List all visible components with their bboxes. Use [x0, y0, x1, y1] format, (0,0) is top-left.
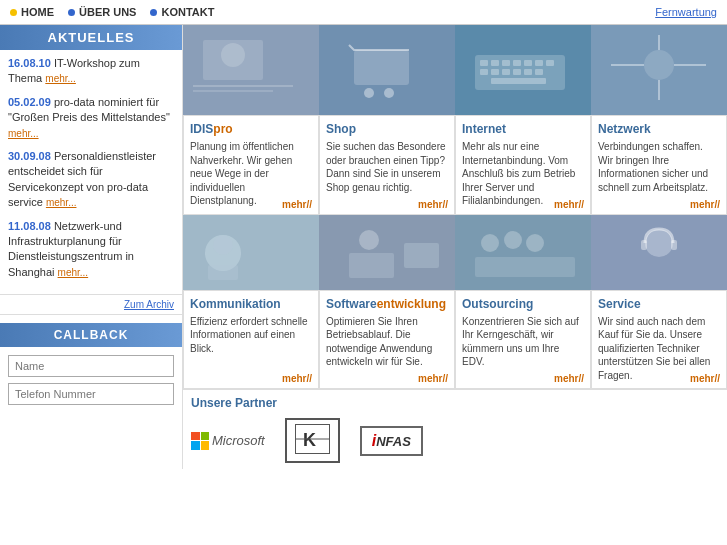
- svg-point-36: [359, 230, 379, 250]
- svg-rect-37: [349, 253, 394, 278]
- callback-phone-input[interactable]: [8, 383, 174, 405]
- svg-rect-38: [404, 243, 439, 268]
- banner-image-2: [319, 25, 455, 115]
- service-title-normal-1: IDIS: [190, 122, 213, 136]
- service-title-service: Service: [598, 297, 720, 311]
- news-more-4[interactable]: mehr...: [58, 267, 89, 278]
- nav-home[interactable]: HOME: [10, 6, 54, 18]
- nav-ueber-label: ÜBER UNS: [79, 6, 136, 18]
- service-outsourcing: Outsourcing Konzentrieren Sie sich auf I…: [455, 290, 591, 390]
- svg-rect-34: [208, 265, 238, 280]
- service-more-link-8[interactable]: mehr: [690, 373, 720, 384]
- news-more-1[interactable]: mehr...: [45, 73, 76, 84]
- svg-rect-23: [535, 69, 543, 75]
- service-title-idispro: IDISpro: [190, 122, 312, 136]
- service-softwareentwicklung: Softwareentwicklung Optimieren Sie Ihren…: [319, 290, 455, 390]
- news-more-3[interactable]: mehr...: [46, 197, 77, 208]
- service-more-link-6[interactable]: mehr: [418, 373, 448, 384]
- svg-point-7: [364, 88, 374, 98]
- news-date-2: 05.02.09: [8, 96, 51, 108]
- nav-dot-kontakt: [150, 9, 157, 16]
- svg-rect-22: [524, 69, 532, 75]
- service-internet: Internet Mehr als nur eine Internetanbin…: [455, 115, 591, 215]
- svg-rect-3: [193, 85, 293, 87]
- svg-rect-24: [491, 78, 546, 84]
- svg-rect-15: [524, 60, 532, 66]
- mid-image-4: [591, 215, 727, 290]
- callback-form: [0, 347, 182, 419]
- svg-text:K: K: [303, 430, 316, 450]
- svg-rect-12: [491, 60, 499, 66]
- news-item-2: 05.02.09 pro-data nominiert für "Großen …: [8, 95, 174, 141]
- nav-home-label: HOME: [21, 6, 54, 18]
- service-desc-1: Planung im öffentlichen Nahverkehr. Wir …: [190, 140, 312, 208]
- service-title-software: Softwareentwicklung: [326, 297, 448, 311]
- svg-rect-39: [455, 215, 591, 290]
- mid-image-1: [183, 215, 319, 290]
- microsoft-grid-icon: [191, 432, 209, 450]
- svg-rect-21: [513, 69, 521, 75]
- callback-title: CALLBACK: [0, 323, 182, 347]
- svg-rect-20: [502, 69, 510, 75]
- svg-point-26: [644, 50, 674, 80]
- service-title-internet: Internet: [462, 122, 584, 136]
- svg-rect-47: [671, 240, 677, 250]
- svg-rect-17: [546, 60, 554, 66]
- fernwartung-link[interactable]: Fernwartung: [655, 6, 717, 18]
- service-idispro: IDISpro Planung im öffentlichen Nahverke…: [183, 115, 319, 215]
- service-desc-6: Optimieren Sie Ihren Betriebsablauf. Die…: [326, 315, 448, 369]
- svg-point-42: [526, 234, 544, 252]
- service-more-link-1[interactable]: mehr: [282, 199, 312, 210]
- svg-rect-11: [480, 60, 488, 66]
- svg-rect-4: [193, 90, 273, 92]
- svg-rect-31: [183, 215, 319, 290]
- banner-image-4: [591, 25, 727, 115]
- service-title-outsourcing: Outsourcing: [462, 297, 584, 311]
- svg-point-40: [481, 234, 499, 252]
- service-service: Service Wir sind auch nach dem Kauf für …: [591, 290, 727, 390]
- service-more-link-3[interactable]: mehr: [554, 199, 584, 210]
- k-partner-logo: K: [285, 418, 340, 463]
- partners-title: Unsere Partner: [191, 396, 719, 410]
- service-desc-8: Wir sind auch nach dem Kauf für Sie da. …: [598, 315, 720, 383]
- news-section: 16.08.10 IT-Workshop zum Thema mehr... 0…: [0, 50, 182, 295]
- nav-links: HOME ÜBER UNS KONTAKT: [10, 6, 214, 18]
- news-more-2[interactable]: mehr...: [8, 128, 39, 139]
- archiv-link[interactable]: Zum Archiv: [0, 295, 182, 315]
- svg-rect-19: [491, 69, 499, 75]
- news-date-1: 16.08.10: [8, 57, 51, 69]
- nav-kontakt-label: KONTAKT: [161, 6, 214, 18]
- ms-red-square: [191, 432, 200, 441]
- news-date-4: 11.08.08: [8, 220, 51, 232]
- partners-section: Unsere Partner Microsoft K: [183, 389, 727, 469]
- svg-rect-14: [513, 60, 521, 66]
- service-more-link-7[interactable]: mehr: [554, 373, 584, 384]
- mid-image-3: [455, 215, 591, 290]
- lineas-partner-logo: iNFAS: [360, 426, 423, 456]
- svg-rect-6: [354, 50, 409, 85]
- nav-dot-ueber: [68, 9, 75, 16]
- middle-images: [183, 215, 727, 290]
- svg-point-2: [221, 43, 245, 67]
- service-title-netzwerk: Netzwerk: [598, 122, 720, 136]
- service-title-software-normal: Software: [326, 297, 377, 311]
- svg-rect-16: [535, 60, 543, 66]
- callback-section: CALLBACK: [0, 323, 182, 419]
- service-desc-7: Konzentrieren Sie sich auf Ihr Kerngesch…: [462, 315, 584, 369]
- nav-ueber-uns[interactable]: ÜBER UNS: [68, 6, 136, 18]
- microsoft-logo: Microsoft: [191, 432, 265, 450]
- service-more-link-2[interactable]: mehr: [418, 199, 448, 210]
- service-more-link-4[interactable]: mehr: [690, 199, 720, 210]
- services-row-1: IDISpro Planung im öffentlichen Nahverke…: [183, 115, 727, 215]
- nav-kontakt[interactable]: KONTAKT: [150, 6, 214, 18]
- news-item-1: 16.08.10 IT-Workshop zum Thema mehr...: [8, 56, 174, 87]
- news-item-3: 30.09.08 Personaldienstleister entscheid…: [8, 149, 174, 211]
- top-navigation: HOME ÜBER UNS KONTAKT Fernwartung: [0, 0, 727, 25]
- svg-point-41: [504, 231, 522, 249]
- callback-name-input[interactable]: [8, 355, 174, 377]
- service-title-kommunikation: Kommunikation: [190, 297, 312, 311]
- aktuelles-title: AKTUELLES: [0, 25, 182, 50]
- service-more-link-5[interactable]: mehr: [282, 373, 312, 384]
- svg-rect-46: [641, 240, 647, 250]
- svg-rect-13: [502, 60, 510, 66]
